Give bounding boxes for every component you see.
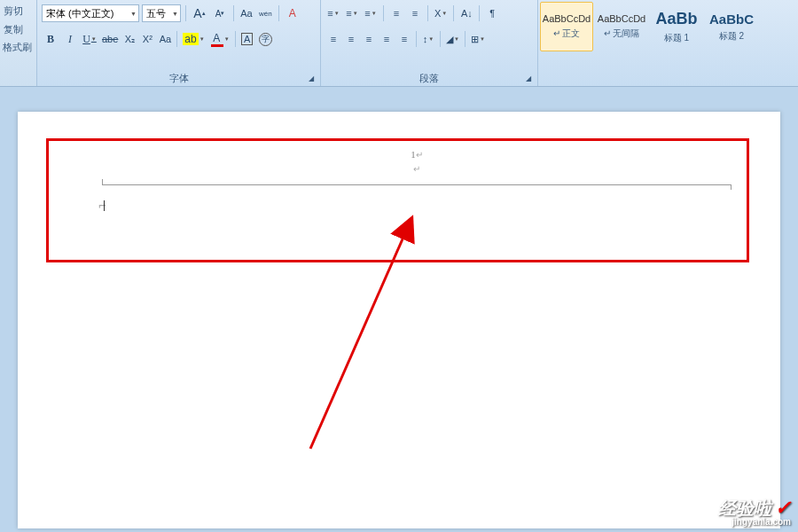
justify-button[interactable]: ≡	[379, 30, 395, 48]
font-group: 宋体 (中文正文) ▼ 五号 ▼ A▴ A▾ Aa wén A B I U▼ a…	[37, 0, 321, 86]
checkmark-icon: ✓	[775, 497, 791, 519]
font-size-combo[interactable]: 五号 ▼	[142, 4, 181, 22]
numbering-button[interactable]: ≡▼	[344, 4, 360, 22]
grow-font-button[interactable]: A▴	[191, 4, 208, 22]
style-normal[interactable]: AaBbCcDd ↵ 正文	[540, 2, 593, 51]
paragraph-dialog-launcher[interactable]: ◢	[526, 74, 535, 83]
font-name-combo[interactable]: 宋体 (中文正文) ▼	[42, 4, 139, 22]
clear-formatting-button[interactable]: A	[284, 4, 301, 22]
phonetic-guide-button[interactable]: wén	[257, 4, 274, 22]
separator	[235, 31, 236, 47]
watermark-text: 经验啦	[718, 498, 771, 518]
highlight-button[interactable]: ab ▼	[181, 30, 206, 48]
shading-button[interactable]: ◢▼	[444, 30, 461, 48]
show-marks-button[interactable]: ¶	[484, 4, 500, 22]
separator	[427, 5, 428, 21]
shrink-font-button[interactable]: A▾	[211, 4, 229, 22]
chevron-down-icon: ▼	[172, 11, 178, 17]
decrease-indent-button[interactable]: ≡	[388, 4, 404, 22]
paragraph-group: ≡▼ ≡▼ ≡▼ ≡ ≡ X▼ A↓ ¶ ≡ ≡ ≡ ≡ ≡ ↕▼ ◢▼ ⊞▼ …	[321, 0, 538, 86]
align-center-button[interactable]: ≡	[343, 30, 359, 48]
chevron-down-icon: ▼	[130, 11, 137, 17]
watermark-url: jingyanla.com	[718, 518, 791, 527]
text-effects-button[interactable]: Aa	[157, 30, 173, 48]
line-spacing-button[interactable]: ↕▼	[420, 30, 436, 48]
styles-group: AaBbCcDd ↵ 正文 AaBbCcDd ↵ 无间隔 AaBb 标题 1 A…	[538, 0, 798, 86]
underline-button[interactable]: U▼	[81, 30, 98, 48]
clipboard-group: 剪切 复制 格式刷	[0, 0, 37, 86]
distribute-button[interactable]: ≡	[396, 30, 412, 48]
change-case-button[interactable]: Aa	[239, 4, 254, 22]
font-size-value: 五号	[146, 7, 166, 20]
asian-layout-button[interactable]: X▼	[433, 4, 449, 22]
annotation-highlight-box	[46, 138, 749, 262]
sort-button[interactable]: A↓	[458, 4, 474, 22]
italic-button[interactable]: I	[61, 30, 79, 48]
separator	[233, 5, 234, 21]
chevron-down-icon: ▼	[91, 36, 97, 42]
font-dialog-launcher[interactable]: ◢	[309, 74, 317, 83]
char-border-button[interactable]: A	[239, 30, 255, 48]
font-name-value: 宋体 (中文正文)	[46, 7, 113, 20]
increase-indent-button[interactable]: ≡	[407, 4, 423, 22]
multilevel-list-button[interactable]: ≡▼	[363, 4, 379, 22]
separator	[176, 31, 177, 47]
style-name: ↵ 无间隔	[604, 27, 640, 40]
separator	[278, 5, 279, 21]
separator	[465, 31, 466, 47]
style-preview: AaBbCcDd	[598, 13, 645, 24]
ribbon: 剪切 复制 格式刷 宋体 (中文正文) ▼ 五号 ▼ A▴ A▾ Aa wén …	[0, 0, 798, 87]
style-preview: AaBb	[655, 10, 697, 28]
separator	[479, 5, 480, 21]
format-painter-label: 格式刷	[3, 41, 32, 54]
watermark: 经验啦 ✓ jingyanla.com	[718, 498, 791, 527]
cut-button[interactable]: 剪切	[0, 2, 36, 20]
style-heading1[interactable]: AaBb 标题 1	[650, 2, 703, 51]
separator	[185, 5, 186, 21]
document-page[interactable]: 1↵ ↵ ⌐	[18, 112, 780, 528]
subscript-button[interactable]: X₂	[121, 30, 137, 48]
style-no-spacing[interactable]: AaBbCcDd ↵ 无间隔	[595, 2, 648, 51]
chevron-down-icon: ▼	[224, 36, 230, 42]
strikethrough-button[interactable]: abe	[100, 30, 120, 48]
copy-button[interactable]: 复制	[0, 20, 36, 39]
bullets-button[interactable]: ≡▼	[325, 4, 341, 22]
bold-button[interactable]: B	[42, 30, 59, 48]
align-left-button[interactable]: ≡	[325, 30, 341, 48]
borders-button[interactable]: ⊞▼	[469, 30, 487, 48]
style-heading2[interactable]: AaBbC 标题 2	[705, 2, 758, 51]
superscript-button[interactable]: X²	[139, 30, 155, 48]
separator	[453, 5, 454, 21]
style-name: ↵ 正文	[553, 27, 581, 40]
document-area: 1↵ ↵ ⌐	[0, 87, 798, 532]
format-painter-button[interactable]: 格式刷	[0, 39, 36, 56]
font-group-label: 字体	[37, 72, 320, 85]
style-preview: AaBbC	[709, 12, 754, 27]
separator	[416, 31, 417, 47]
paragraph-group-label: 段落	[321, 72, 537, 85]
chevron-down-icon: ▼	[200, 36, 205, 42]
style-name: 标题 1	[664, 32, 689, 44]
font-color-button[interactable]: A ▼	[208, 30, 231, 48]
separator	[383, 5, 384, 21]
font-color-bar	[211, 44, 223, 47]
align-right-button[interactable]: ≡	[361, 30, 377, 48]
enclose-char-button[interactable]: 字	[257, 30, 274, 48]
style-preview: AaBbCcDd	[543, 13, 591, 24]
separator	[440, 31, 441, 47]
style-name: 标题 2	[719, 30, 744, 43]
